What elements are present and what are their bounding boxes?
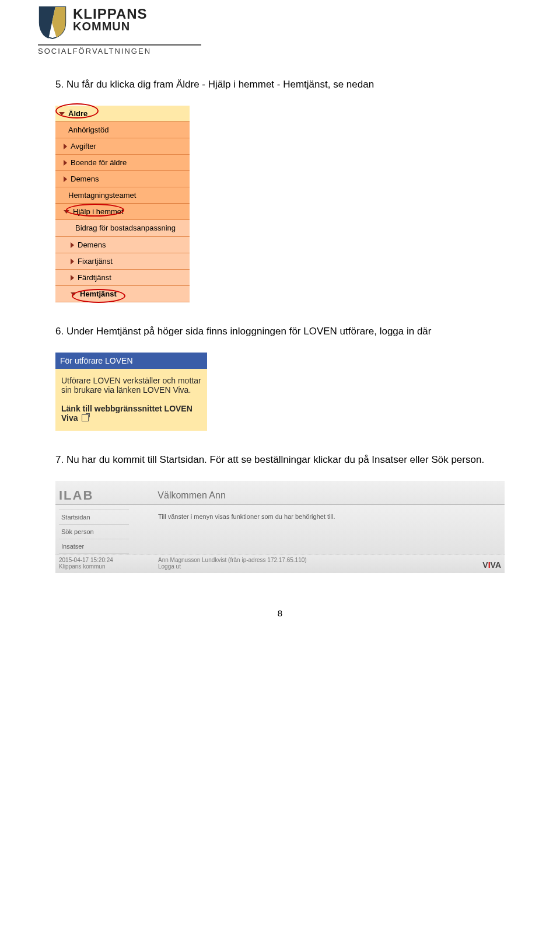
nav-label: Hemtagningsteamet: [68, 191, 136, 200]
chevron-down-icon: [71, 292, 76, 296]
chevron-right-icon: [71, 259, 74, 264]
nav-item-aldre[interactable]: Äldre: [55, 106, 190, 122]
chevron-down-icon: [59, 112, 65, 116]
loven-link-label: Länk till webbgränssnittet LOVEN Viva: [61, 404, 192, 423]
nav-item[interactable]: Demens: [55, 237, 190, 253]
menu-label: Insatser: [61, 543, 84, 550]
side-menu: Startsidan Sök person Insatser: [59, 510, 129, 554]
nav-label: Boende för äldre: [71, 158, 127, 167]
nav-item[interactable]: Bidrag för bostadsanpassning: [55, 220, 190, 237]
footer-user: Ann Magnusson Lundkvist (från ip-adress …: [158, 557, 482, 563]
menu-item-startsidan[interactable]: Startsidan: [59, 510, 129, 524]
footer-timestamp: 2015-04-17 15:20:24: [59, 557, 158, 563]
nav-menu-screenshot: Äldre Anhörigstöd Avgifter Boende för äl…: [55, 106, 190, 302]
chevron-down-icon: [64, 210, 69, 214]
nav-label: Färdtjänst: [78, 273, 111, 282]
app-brand: ILAB: [59, 488, 93, 503]
nav-item-hemtjanst[interactable]: Hemtjänst: [55, 286, 190, 302]
step-6-text: 6. Under Hemtjänst på höger sida finns i…: [55, 326, 505, 337]
logo-subtitle: SOCIALFÖRVALTNINGEN: [38, 47, 505, 55]
nav-item[interactable]: Anhörigstöd: [55, 122, 190, 138]
footer-org: Klippans kommun: [59, 563, 158, 570]
nav-item[interactable]: Hemtagningsteamet: [55, 187, 190, 204]
step-5-text: 5. Nu får du klicka dig fram Äldre - Hjä…: [55, 79, 505, 90]
chevron-right-icon: [71, 242, 74, 248]
viva-logo: VIVA: [482, 560, 501, 570]
nav-item[interactable]: Boende för äldre: [55, 155, 190, 171]
chevron-right-icon: [64, 160, 67, 166]
nav-item[interactable]: Avgifter: [55, 138, 190, 155]
nav-label: Anhörigstöd: [68, 125, 108, 134]
nav-label: Demens: [78, 240, 106, 249]
nav-label: Fixartjänst: [78, 257, 113, 266]
nav-item[interactable]: Fixartjänst: [55, 253, 190, 270]
app-screenshot: ILAB Välkommen Ann Startsidan Sök person…: [55, 481, 505, 573]
org-logo: KLIPPANS KOMMUN: [55, 6, 505, 40]
app-subtext: Till vänster i menyn visas funktioner so…: [158, 513, 501, 520]
external-link-icon: [82, 414, 89, 421]
menu-item-sok-person[interactable]: Sök person: [59, 524, 129, 539]
chevron-right-icon: [71, 275, 74, 281]
nav-label: Hjälp i hemmet: [73, 207, 124, 216]
logo-divider: [38, 44, 201, 46]
menu-label: Sök person: [61, 528, 94, 535]
step-7-text: 7. Nu har du kommit till Startsidan. För…: [55, 454, 505, 466]
loven-box-title: För utförare LOVEN: [55, 353, 207, 369]
nav-item-hjalp[interactable]: Hjälp i hemmet: [55, 204, 190, 220]
nav-label: Bidrag för bostadsanpassning: [75, 224, 176, 233]
welcome-text: Välkommen Ann: [158, 490, 226, 501]
loven-body-text: Utförare LOVEN verkställer och mottar si…: [61, 376, 201, 395]
menu-label: Startsidan: [61, 514, 90, 521]
nav-item[interactable]: Demens: [55, 171, 190, 187]
loven-box: För utförare LOVEN Utförare LOVEN verkst…: [55, 353, 207, 431]
menu-item-insatser[interactable]: Insatser: [59, 539, 129, 554]
nav-label: Avgifter: [71, 142, 96, 151]
chevron-right-icon: [64, 176, 67, 182]
nav-label: Hemtjänst: [80, 289, 117, 298]
nav-label: Demens: [71, 175, 99, 183]
logout-link[interactable]: Logga ut: [158, 563, 482, 570]
nav-item[interactable]: Färdtjänst: [55, 270, 190, 286]
logo-line2: KOMMUN: [73, 20, 148, 33]
shield-icon: [38, 6, 67, 40]
nav-label: Äldre: [68, 109, 88, 118]
page-number: 8: [55, 608, 505, 618]
loven-link[interactable]: Länk till webbgränssnittet LOVEN Viva: [61, 404, 201, 423]
chevron-right-icon: [64, 144, 67, 149]
